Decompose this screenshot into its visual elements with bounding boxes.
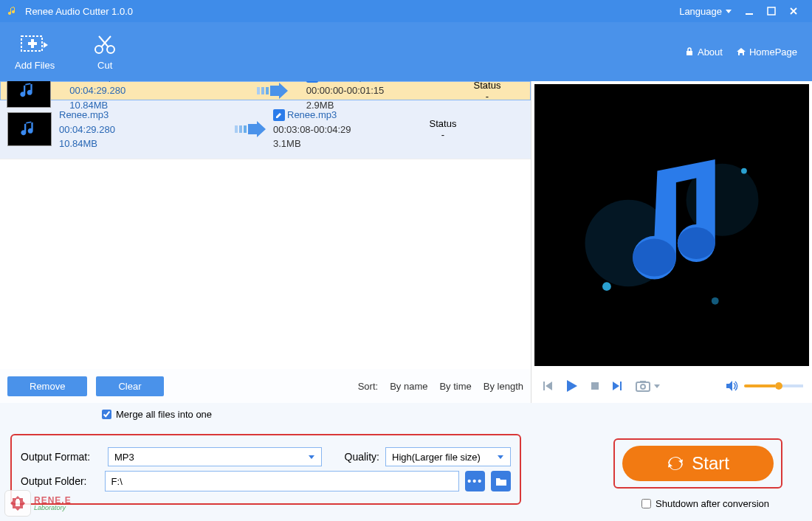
stop-button[interactable] <box>589 380 601 392</box>
svg-rect-8 <box>266 87 269 94</box>
add-files-label: Add Files <box>15 60 55 71</box>
cut-button[interactable]: Cut <box>92 33 118 71</box>
next-button[interactable] <box>611 379 625 393</box>
open-folder-button[interactable] <box>491 471 511 491</box>
play-button[interactable] <box>564 379 579 393</box>
add-files-button[interactable]: Add Files <box>15 33 55 71</box>
preview-image <box>534 84 809 366</box>
shutdown-label: Shutdown after conversion <box>656 498 769 509</box>
svg-rect-10 <box>239 125 242 133</box>
volume-icon[interactable] <box>725 379 738 393</box>
svg-rect-9 <box>235 125 238 133</box>
status-column: Status - <box>450 81 524 102</box>
source-info: Renee.mp3 00:04:29.280 10.84MB <box>59 108 229 151</box>
start-button[interactable]: Start <box>622 446 774 481</box>
output-folder-input[interactable]: F:\ <box>105 471 460 491</box>
status-column: Status - <box>406 118 480 140</box>
destination-info: Renee.mp3 00:03:08-00:04:29 3.1MB <box>273 108 406 151</box>
destination-range: 00:03:08-00:04:29 <box>273 123 406 137</box>
volume-slider[interactable] <box>744 384 803 387</box>
sort-by-time[interactable]: By time <box>439 381 471 392</box>
toolbar: Add Files Cut About HomePage <box>0 22 812 81</box>
prev-button[interactable] <box>540 379 554 393</box>
clear-button[interactable]: Clear <box>96 376 163 396</box>
homepage-link[interactable]: HomePage <box>736 46 797 58</box>
arrow-icon <box>229 121 273 137</box>
browse-button[interactable]: ••• <box>465 471 485 491</box>
svg-rect-7 <box>261 87 264 94</box>
sort-by-length[interactable]: By length <box>484 381 523 392</box>
minimize-button[interactable] <box>738 2 760 20</box>
about-link[interactable]: About <box>684 46 723 58</box>
svg-point-19 <box>633 239 676 277</box>
titlebar: Renee Audio Cutter 1.0.0 Language <box>0 0 812 22</box>
source-size: 10.84MB <box>59 137 229 151</box>
sort-by-name[interactable]: By name <box>390 381 427 392</box>
output-format-select[interactable]: MP3 <box>108 447 322 466</box>
language-dropdown[interactable]: Language <box>679 6 732 17</box>
refresh-icon <box>667 455 684 472</box>
chevron-down-icon <box>497 453 504 460</box>
chevron-down-icon <box>725 7 732 15</box>
output-folder-label: Output Folder: <box>21 475 99 487</box>
edit-icon[interactable] <box>306 81 318 83</box>
edit-icon[interactable] <box>273 109 285 121</box>
svg-rect-24 <box>16 500 20 506</box>
status-header: Status <box>406 118 480 129</box>
preview-controls <box>531 369 812 403</box>
destination-range: 00:00:00-00:01:15 <box>306 83 439 98</box>
chevron-down-icon <box>308 453 315 460</box>
merge-checkbox[interactable] <box>102 410 111 419</box>
quality-select[interactable]: High(Larger file size) <box>385 447 511 466</box>
file-row[interactable]: Renee.mp3 00:04:29.280 10.84MB Renee.mp3… <box>0 100 531 159</box>
start-label: Start <box>692 453 729 474</box>
svg-rect-23 <box>640 381 646 383</box>
shutdown-checkbox[interactable] <box>641 499 651 508</box>
file-thumbnail <box>7 81 51 108</box>
snapshot-dropdown[interactable] <box>654 383 660 389</box>
svg-rect-1 <box>768 7 775 15</box>
preview-panel <box>531 81 812 403</box>
svg-rect-11 <box>244 125 247 133</box>
file-row[interactable]: Renee.mp3 00:04:29.280 10.84MB Renee.mp3… <box>0 81 531 100</box>
merge-label: Merge all files into one <box>116 409 212 420</box>
svg-point-16 <box>741 168 747 174</box>
file-list-panel: Renee.mp3 00:04:29.280 10.84MB Renee.mp3… <box>0 81 531 403</box>
source-duration: 00:04:29.280 <box>59 123 229 137</box>
cut-label: Cut <box>97 60 112 71</box>
watermark-brand: RENE.E <box>34 496 72 505</box>
remove-button[interactable]: Remove <box>7 376 87 396</box>
file-thumbnail <box>7 112 52 146</box>
svg-rect-21 <box>636 382 650 391</box>
output-format-label: Output Format: <box>21 451 102 463</box>
output-folder-value: F:\ <box>111 476 123 487</box>
maximize-button[interactable] <box>760 2 782 20</box>
output-settings-group: Output Format: MP3 Quality: High(Larger … <box>10 434 521 505</box>
status-value: - <box>450 91 524 102</box>
app-title: Renee Audio Cutter 1.0.0 <box>25 6 679 17</box>
svg-point-15 <box>602 282 611 291</box>
about-label: About <box>698 46 723 58</box>
output-format-value: MP3 <box>114 452 134 463</box>
source-name: Renee.mp3 <box>59 108 229 123</box>
close-button[interactable] <box>782 2 805 20</box>
start-group: Start <box>613 438 782 489</box>
watermark-sub: Laboratory <box>34 505 72 511</box>
homepage-label: HomePage <box>749 46 797 58</box>
source-duration: 00:04:29.280 <box>69 83 239 98</box>
app-logo-icon <box>7 5 19 17</box>
destination-size: 3.1MB <box>273 137 406 151</box>
svg-rect-0 <box>746 13 753 15</box>
quality-value: High(Larger file size) <box>392 452 481 463</box>
home-icon <box>736 46 746 57</box>
arrow-icon <box>251 83 295 99</box>
svg-rect-5 <box>687 51 692 55</box>
svg-rect-20 <box>591 382 599 390</box>
svg-rect-25 <box>16 499 19 501</box>
status-value: - <box>406 129 480 140</box>
watermark: RENE.E Laboratory <box>4 490 72 517</box>
svg-point-17 <box>712 297 719 305</box>
content-area: Renee.mp3 00:04:29.280 10.84MB Renee.mp3… <box>0 81 812 403</box>
lock-icon <box>684 46 695 57</box>
snapshot-button[interactable] <box>635 379 651 393</box>
